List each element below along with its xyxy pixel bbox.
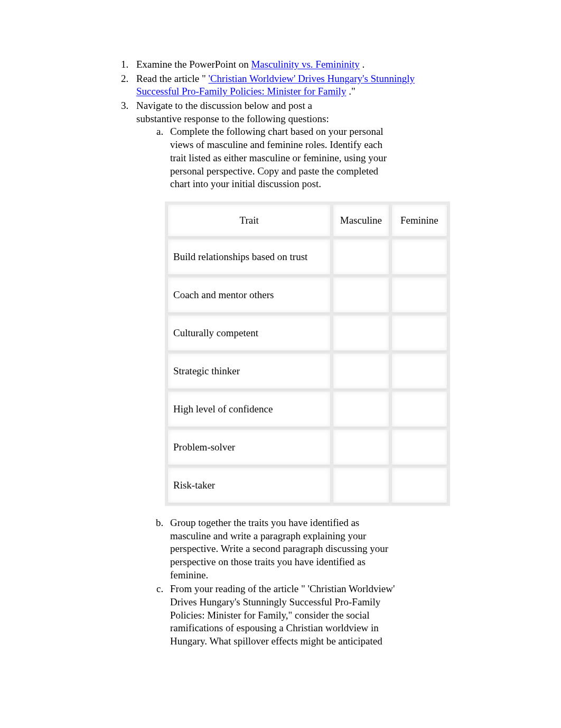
cell-masculine[interactable] xyxy=(333,239,388,274)
table-row: Strategic thinker xyxy=(168,354,447,389)
cell-feminine[interactable] xyxy=(392,430,447,465)
cell-trait: Build relationships based on trust xyxy=(168,239,330,274)
cell-trait: Culturally competent xyxy=(168,316,330,351)
item1-suffix: . xyxy=(362,59,364,70)
cell-masculine[interactable] xyxy=(333,430,388,465)
list-item-1: Examine the PowerPoint on Masculinity vs… xyxy=(131,58,454,71)
item3-intro: Navigate to the discussion below and pos… xyxy=(136,99,348,125)
cell-feminine[interactable] xyxy=(392,354,447,389)
sub-item-b: Group together the traits you have ident… xyxy=(166,517,454,582)
cell-feminine[interactable] xyxy=(392,468,447,503)
cell-masculine[interactable] xyxy=(333,468,388,503)
header-feminine: Feminine xyxy=(392,205,447,236)
cell-trait: Risk-taker xyxy=(168,468,330,503)
cell-feminine[interactable] xyxy=(392,278,447,312)
table-row: High level of confidence xyxy=(168,392,447,427)
table-row: Coach and mentor others xyxy=(168,278,447,312)
cell-feminine[interactable] xyxy=(392,316,447,351)
cell-feminine[interactable] xyxy=(392,239,447,274)
cell-masculine[interactable] xyxy=(333,316,388,351)
sub-item-a-text: Complete the following chart based on yo… xyxy=(170,125,397,190)
table-header-row: Trait Masculine Feminine xyxy=(168,205,447,236)
sub-item-b-text: Group together the traits you have ident… xyxy=(170,517,397,582)
sub-item-a: Complete the following chart based on yo… xyxy=(166,125,454,505)
header-masculine: Masculine xyxy=(333,205,388,236)
sub-list: Complete the following chart based on yo… xyxy=(136,125,454,648)
cell-masculine[interactable] xyxy=(333,354,388,389)
item1-prefix: Examine the PowerPoint on xyxy=(136,59,251,70)
table-row: Build relationships based on trust xyxy=(168,239,447,274)
item2-suffix: ." xyxy=(349,86,356,97)
main-list: Examine the PowerPoint on Masculinity vs… xyxy=(95,58,454,648)
traits-table-wrap: Trait Masculine Feminine Build relations… xyxy=(165,201,450,506)
sub-item-c-text: From your reading of the article " 'Chri… xyxy=(170,583,397,648)
link-masculinity-femininity[interactable]: Masculinity vs. Femininity xyxy=(251,59,359,70)
item2-prefix: Read the article " xyxy=(136,73,206,84)
header-trait: Trait xyxy=(168,205,330,236)
document-content: Examine the PowerPoint on Masculinity vs… xyxy=(0,0,486,681)
list-item-3: Navigate to the discussion below and pos… xyxy=(131,99,454,648)
traits-table: Trait Masculine Feminine Build relations… xyxy=(165,201,450,506)
cell-masculine[interactable] xyxy=(333,278,388,312)
cell-trait: Problem-solver xyxy=(168,430,330,465)
cell-feminine[interactable] xyxy=(392,392,447,427)
sub-item-c: From your reading of the article " 'Chri… xyxy=(166,583,454,648)
cell-trait: High level of confidence xyxy=(168,392,330,427)
table-row: Risk-taker xyxy=(168,468,447,503)
table-row: Problem-solver xyxy=(168,430,447,465)
cell-masculine[interactable] xyxy=(333,392,388,427)
cell-trait: Strategic thinker xyxy=(168,354,330,389)
table-row: Culturally competent xyxy=(168,316,447,351)
cell-trait: Coach and mentor others xyxy=(168,278,330,312)
list-item-2: Read the article " 'Christian Worldview'… xyxy=(131,72,454,98)
